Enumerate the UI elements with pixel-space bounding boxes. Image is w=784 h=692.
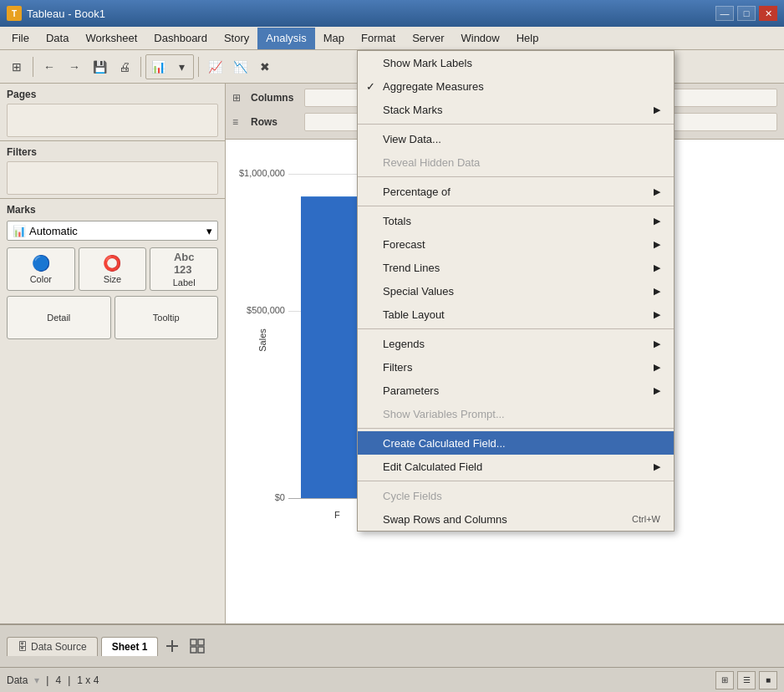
pages-section: Pages — [0, 84, 225, 141]
menu-aggregate-measures-label: Aggregate Measures — [383, 80, 484, 93]
menu-story[interactable]: Story — [216, 28, 257, 49]
menu-server[interactable]: Server — [404, 28, 452, 49]
menu-sep-5 — [358, 428, 674, 429]
svg-rect-5 — [198, 647, 204, 653]
status-dark-btn[interactable]: ■ — [759, 671, 777, 689]
menu-worksheet[interactable]: Worksheet — [77, 28, 145, 49]
toolbar-chart-group: 📊 ▾ — [145, 54, 194, 79]
status-right: ⊞ ☰ ■ — [715, 671, 777, 689]
pages-label: Pages — [7, 89, 218, 100]
menu-show-mark-labels[interactable]: Show Mark Labels — [358, 51, 674, 74]
menu-aggregate-measures[interactable]: ✓ Aggregate Measures — [358, 74, 674, 98]
menu-view-data[interactable]: View Data... — [358, 127, 674, 150]
menu-cycle-fields: Cycle Fields — [358, 484, 674, 507]
marks-tooltip-btn[interactable]: Tooltip — [115, 296, 219, 339]
menu-reveal-hidden: Reveal Hidden Data — [358, 150, 674, 174]
menu-forecast[interactable]: Forecast ▶ — [358, 232, 674, 256]
status-grid-btn[interactable]: ⊞ — [715, 671, 734, 689]
menu-table-layout-label: Table Layout — [383, 308, 445, 321]
marks-size-icon: ⭕ — [103, 254, 121, 272]
menu-analysis[interactable]: Analysis — [257, 28, 314, 49]
menu-swap-rows[interactable]: Swap Rows and Columns Ctrl+W — [358, 507, 674, 531]
data-source-label: Data Source — [31, 641, 87, 653]
menu-table-layout[interactable]: Table Layout ▶ — [358, 303, 674, 326]
menu-swap-rows-label: Swap Rows and Columns — [383, 513, 507, 526]
new-sheet-btn[interactable] — [161, 635, 183, 657]
menu-filters-label: Filters — [383, 361, 412, 374]
menu-percentage-of[interactable]: Percentage of ▶ — [358, 180, 674, 203]
menu-legends-label: Legends — [383, 338, 425, 350]
status-list-btn[interactable]: ☰ — [737, 671, 756, 689]
menu-totals[interactable]: Totals ▶ — [358, 209, 674, 232]
marks-detail-label: Detail — [47, 313, 70, 323]
toolbar-chart-dropdown[interactable]: ▾ — [170, 55, 193, 79]
sheet1-tab[interactable]: Sheet 1 — [101, 637, 159, 656]
filters-drop-area[interactable] — [7, 161, 218, 195]
toolbar-sep-2 — [140, 57, 141, 77]
table-layout-arrow: ▶ — [654, 309, 660, 320]
status-sep1: | — [46, 674, 48, 686]
svg-rect-1 — [171, 640, 173, 652]
toolbar-remove-btn[interactable]: ✖ — [253, 55, 277, 79]
menu-create-calc-label: Create Calculated Field... — [383, 437, 506, 450]
app-icon: T — [7, 6, 22, 21]
toolbar-show-btn[interactable]: 📈 — [203, 55, 227, 79]
menu-show-variables: Show Variables Prompt... — [358, 402, 674, 425]
menu-create-calc[interactable]: Create Calculated Field... — [358, 431, 674, 455]
toolbar-show2-btn[interactable]: 📉 — [228, 55, 252, 79]
menu-sep-6 — [358, 481, 674, 481]
filters-section: Filters — [0, 141, 225, 199]
menu-sep-2 — [358, 176, 674, 177]
maximize-button[interactable]: □ — [737, 6, 756, 21]
forecast-arrow: ▶ — [654, 239, 660, 250]
percentage-of-arrow: ▶ — [654, 186, 660, 197]
close-button[interactable]: ✕ — [759, 6, 777, 21]
svg-rect-3 — [198, 639, 204, 645]
menu-window[interactable]: Window — [452, 28, 507, 49]
menu-edit-calc[interactable]: Edit Calculated Field ▶ — [358, 455, 674, 478]
new-dashboard-btn[interactable] — [186, 635, 208, 657]
menu-swap-rows-shortcut: Ctrl+W — [632, 514, 660, 524]
svg-rect-2 — [191, 639, 196, 645]
toolbar-sep-3 — [198, 57, 199, 77]
marks-buttons: 🔵 Color ⭕ Size Abc123 Label — [7, 247, 218, 291]
menu-show-mark-labels-label: Show Mark Labels — [383, 57, 472, 69]
menu-help[interactable]: Help — [508, 28, 547, 49]
marks-label: Marks — [7, 204, 218, 216]
pages-drop-area[interactable] — [7, 104, 218, 137]
menu-dashboard[interactable]: Dashboard — [145, 28, 216, 49]
menu-sep-4 — [358, 328, 674, 329]
menu-reveal-hidden-label: Reveal Hidden Data — [383, 156, 480, 169]
marks-label-icon: Abc123 — [174, 251, 195, 276]
menu-parameters[interactable]: Parameters ▶ — [358, 379, 674, 402]
menu-special-values[interactable]: Special Values ▶ — [358, 279, 674, 303]
left-panel: Pages Filters Marks 📊 Automatic ▾ 🔵 — [0, 84, 226, 623]
toolbar-back-btn[interactable]: ← — [38, 55, 61, 79]
toolbar-bar-chart-btn[interactable]: 📊 — [146, 55, 170, 79]
menu-file[interactable]: File — [3, 28, 38, 49]
status-data-label: Data — [7, 674, 28, 686]
toolbar-save-btn[interactable]: 💾 — [88, 55, 111, 79]
menu-format[interactable]: Format — [353, 28, 404, 49]
toolbar-print-btn[interactable]: 🖨 — [113, 55, 136, 79]
menu-legends[interactable]: Legends ▶ — [358, 332, 674, 355]
marks-label-btn[interactable]: Abc123 Label — [150, 247, 218, 291]
marks-color-btn[interactable]: 🔵 Color — [7, 247, 75, 291]
legends-arrow: ▶ — [654, 338, 660, 349]
data-source-tab[interactable]: 🗄 Data Source — [7, 637, 98, 656]
toolbar-forward-btn[interactable]: → — [63, 55, 86, 79]
marks-size-btn[interactable]: ⭕ Size — [79, 247, 147, 291]
status-dimensions: 1 x 4 — [77, 674, 99, 686]
marks-type-dropdown[interactable]: 📊 Automatic ▾ — [7, 221, 218, 241]
menu-map[interactable]: Map — [315, 28, 353, 49]
menu-stack-marks[interactable]: Stack Marks ▶ — [358, 98, 674, 121]
menu-data[interactable]: Data — [38, 28, 77, 49]
menu-trend-lines[interactable]: Trend Lines ▶ — [358, 256, 674, 279]
menu-filters[interactable]: Filters ▶ — [358, 355, 674, 379]
menu-sep-1 — [358, 124, 674, 125]
minimize-button[interactable]: — — [715, 6, 734, 21]
toolbar-home-btn[interactable]: ⊞ — [5, 55, 28, 79]
marks-detail-btn[interactable]: Detail — [7, 296, 111, 339]
rows-icon: ≡ — [232, 116, 247, 128]
marks-color-label: Color — [30, 274, 52, 284]
